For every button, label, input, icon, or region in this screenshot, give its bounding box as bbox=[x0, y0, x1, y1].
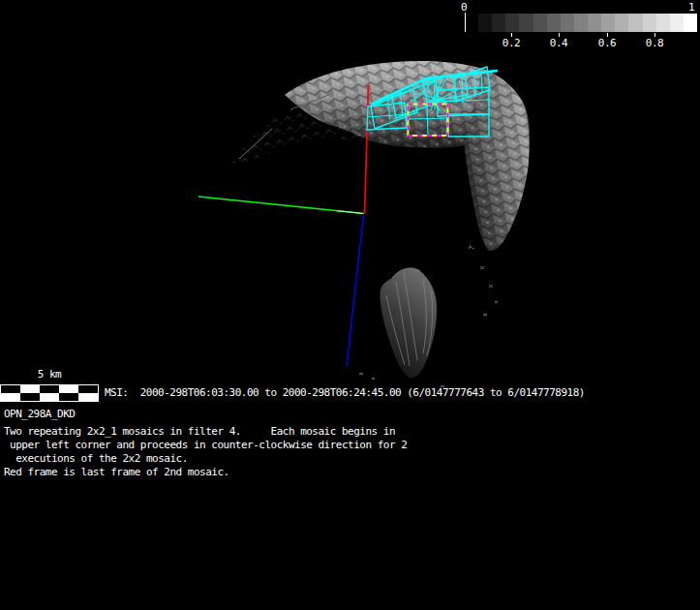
caption-line: upper left corner and proceeds in counte… bbox=[4, 439, 407, 452]
colorbar-step bbox=[588, 14, 601, 32]
y-axis-tip bbox=[337, 211, 364, 214]
colorbar-step bbox=[684, 14, 697, 32]
caption-line: executions of the 2x2 mosaic. bbox=[4, 452, 407, 466]
sequence-id: OPN_298A_DKD bbox=[4, 408, 407, 420]
colorbar-step bbox=[574, 14, 588, 32]
colorbar-step bbox=[561, 14, 574, 32]
colorbar-zero-tick bbox=[465, 13, 466, 32]
colorbar-max-label: 1 bbox=[688, 1, 694, 14]
status-line: MSI: 2000-298T06:03:30.00 to 2000-298T06… bbox=[105, 386, 585, 399]
colorbar-tick-label: 0.2 bbox=[501, 37, 522, 49]
render-viewport[interactable] bbox=[0, 0, 700, 610]
colorbar-tick-label: 0.4 bbox=[548, 37, 569, 49]
scale-bar-cell bbox=[1, 393, 20, 401]
asteroid-shape-model bbox=[230, 61, 530, 387]
caption-line: Red frame is last frame of 2nd mosaic. bbox=[4, 466, 407, 479]
asteroid-south-lobe bbox=[380, 268, 437, 378]
scale-bar-cell bbox=[59, 393, 78, 401]
scale-bar-cell bbox=[78, 385, 98, 393]
colorbar-step bbox=[643, 14, 656, 32]
scale-bar-cell bbox=[20, 393, 40, 401]
scale-bar-cell bbox=[59, 385, 78, 393]
colorbar-step bbox=[601, 14, 615, 32]
colorbar-step bbox=[519, 14, 533, 32]
colorbar-tick-label: 0.8 bbox=[644, 37, 665, 49]
scale-bar-checkerboard bbox=[0, 384, 99, 402]
scale-bar-cell bbox=[78, 393, 98, 401]
z-axis-line bbox=[347, 215, 364, 367]
colorbar-tick-label: 0.6 bbox=[596, 37, 618, 49]
visualization-window: { "window": { "background": "#000000", "… bbox=[0, 0, 700, 610]
caption-line: Two repeating 2x2_1 mosaics in filter 4.… bbox=[4, 425, 407, 439]
colorbar-step bbox=[492, 14, 505, 32]
colorbar-step bbox=[615, 14, 628, 32]
colorbar-step bbox=[547, 14, 561, 32]
colorbar-step bbox=[533, 14, 547, 32]
caption-block: OPN_298A_DKD Two repeating 2x2_1 mosaics… bbox=[4, 408, 407, 479]
colorbar-gradient-strip bbox=[478, 14, 697, 32]
colorbar-step bbox=[670, 14, 684, 32]
colorbar-step bbox=[505, 14, 519, 32]
colorbar-step bbox=[478, 14, 492, 32]
scale-bar-cell bbox=[40, 393, 59, 401]
scale-bar-cell bbox=[1, 385, 20, 393]
scale-bar-label: 5 km bbox=[27, 368, 72, 381]
colorbar-step bbox=[628, 14, 642, 32]
scale-bar-cell bbox=[20, 385, 40, 393]
scale-bar-cell bbox=[40, 385, 59, 393]
colorbar-step bbox=[656, 14, 670, 32]
